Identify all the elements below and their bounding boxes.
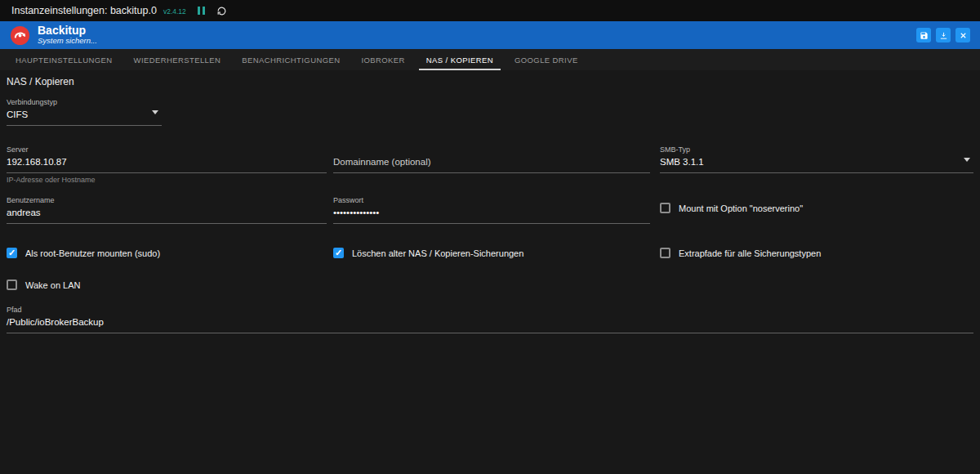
tab-wiederherstellen[interactable]: WIEDERHERSTELLEN: [123, 49, 232, 70]
backitup-logo-icon: [10, 25, 30, 46]
path-field[interactable]: Pfad /Public/ioBrokerBackup: [7, 306, 973, 333]
checkbox-sudo-mount[interactable]: Als root-Benutzer mounten (sudo): [7, 248, 160, 258]
chevron-down-icon: [152, 110, 158, 114]
username-field[interactable]: Benutzername andreas: [7, 196, 327, 224]
close-button[interactable]: [956, 28, 970, 42]
checkbox-extra-paths[interactable]: Extrapfade für alle Sicherungstypen: [660, 248, 821, 258]
pause-icon[interactable]: [198, 7, 205, 15]
tabbar: HAUPTEINSTELLUNGEN WIEDERHERSTELLEN BENA…: [0, 49, 980, 70]
save-button[interactable]: [916, 28, 931, 42]
server-helper: IP-Adresse oder Hostname: [7, 176, 327, 184]
password-input[interactable]: ••••••••••••••: [333, 208, 650, 224]
tab-google-drive[interactable]: GOOGLE DRIVE: [504, 49, 589, 70]
instance-title: Instanzeinstellungen: backitup.0: [11, 5, 157, 16]
path-input[interactable]: /Public/ioBrokerBackup: [7, 317, 973, 333]
checkbox-icon[interactable]: [7, 279, 17, 290]
smb-type-select[interactable]: SMB-Typ SMB 3.1.1: [660, 145, 973, 173]
checkbox-icon[interactable]: [660, 248, 670, 258]
checkbox-noserverino[interactable]: Mount mit Option "noserverino": [660, 203, 803, 213]
checkbox-delete-old-backups[interactable]: Löschen alter NAS / Kopieren-Sicherungen: [333, 248, 523, 258]
app-subtitle: System sichern...: [38, 37, 97, 45]
checkbox-extra-paths-label: Extrapfade für alle Sicherungstypen: [679, 248, 821, 258]
checkbox-wake-on-lan[interactable]: Wake on LAN: [7, 279, 80, 290]
chevron-down-icon: [964, 158, 970, 162]
username-input[interactable]: andreas: [7, 208, 327, 224]
password-label: Passwort: [333, 196, 650, 204]
tab-benachrichtigungen[interactable]: BENACHRICHTIGUNGEN: [231, 49, 350, 70]
domain-input[interactable]: Domainname (optional): [333, 157, 650, 173]
appbar: Backitup System sichern...: [0, 21, 980, 49]
instance-titlebar: Instanzeinstellungen: backitup.0 v2.4.12: [0, 0, 980, 21]
checkbox-wake-on-lan-label: Wake on LAN: [25, 280, 80, 290]
domain-field[interactable]: Domainname (optional): [333, 145, 650, 173]
app-title: Backitup: [38, 25, 97, 37]
checkbox-icon[interactable]: [660, 203, 670, 213]
connection-type-select[interactable]: Verbindungstyp CIFS: [7, 98, 162, 126]
checkbox-delete-old-backups-label: Löschen alter NAS / Kopieren-Sicherungen: [352, 248, 523, 258]
close-icon: [959, 31, 968, 40]
tab-iobroker[interactable]: IOBROKER: [350, 49, 415, 70]
server-field[interactable]: Server 192.168.10.87 IP-Adresse oder Hos…: [7, 145, 327, 184]
refresh-icon[interactable]: [216, 6, 227, 16]
appbar-actions: [916, 28, 970, 42]
smb-type-value[interactable]: SMB 3.1.1: [660, 157, 973, 173]
adapter-version: v2.4.12: [163, 7, 186, 16]
connection-type-label: Verbindungstyp: [7, 98, 162, 106]
checkbox-icon[interactable]: [333, 248, 344, 258]
checkbox-icon[interactable]: [7, 248, 17, 258]
connection-type-value[interactable]: CIFS: [7, 110, 162, 126]
username-label: Benutzername: [7, 196, 327, 204]
path-label: Pfad: [7, 306, 973, 314]
download-circle-icon: [939, 31, 948, 40]
server-input[interactable]: 192.168.10.87: [7, 157, 327, 173]
section-title: NAS / Kopieren: [7, 76, 74, 87]
tab-nas-kopieren[interactable]: NAS / KOPIEREN: [416, 49, 504, 70]
checkbox-noserverino-label: Mount mit Option "noserverino": [679, 203, 803, 213]
smb-type-label: SMB-Typ: [660, 145, 973, 154]
server-label: Server: [7, 145, 327, 154]
floppy-icon: [920, 31, 929, 40]
tab-haupteinstellungen[interactable]: HAUPTEINSTELLUNGEN: [5, 49, 123, 70]
checkbox-sudo-mount-label: Als root-Benutzer mounten (sudo): [25, 248, 160, 258]
password-field[interactable]: Passwort ••••••••••••••: [333, 196, 650, 224]
save-close-button[interactable]: [936, 28, 951, 42]
